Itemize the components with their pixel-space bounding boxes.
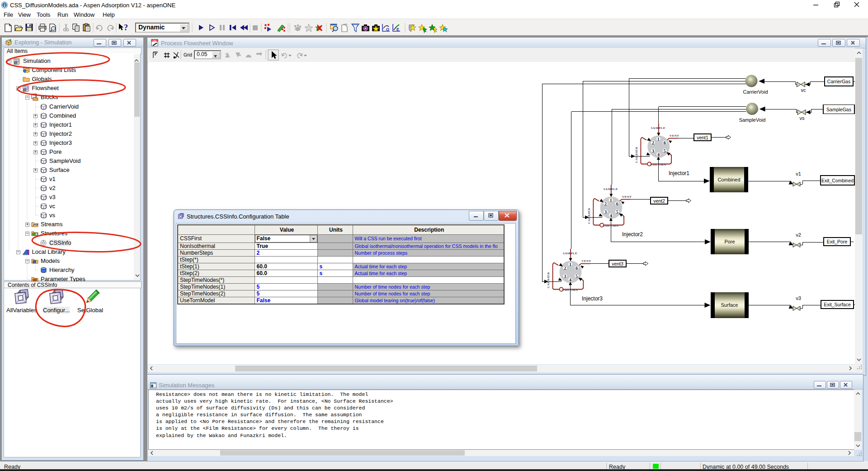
svg-text:Surface: Surface	[721, 302, 738, 308]
svg-text:6: 6	[664, 140, 666, 145]
svg-text:O: O	[386, 27, 389, 32]
svg-text:Exit_Pore: Exit_Pore	[827, 239, 848, 244]
svg-text:Exit_Surface: Exit_Surface	[824, 302, 851, 307]
svg-text:CarrierGas: CarrierGas	[827, 79, 850, 84]
svg-text:SAMPLE: SAMPLE	[651, 126, 665, 130]
svg-text:3: 3	[652, 148, 654, 153]
svg-text:v1: v1	[796, 171, 801, 176]
svg-text:vent3: vent3	[612, 261, 623, 266]
svg-text:5: 5	[664, 148, 666, 153]
svg-text:5: 5	[616, 209, 618, 214]
svg-text:CarrierVoid: CarrierVoid	[743, 89, 768, 95]
svg-text:CARRIER: CARRIER	[587, 207, 591, 224]
svg-text:Injector3: Injector3	[582, 295, 603, 302]
svg-text:SampleGas: SampleGas	[826, 107, 851, 112]
svg-text:v3: v3	[796, 295, 801, 301]
svg-text:vent2: vent2	[653, 198, 665, 204]
svg-text:Injector1: Injector1	[669, 170, 689, 176]
svg-text:vs: vs	[800, 115, 805, 121]
svg-text:2: 2	[564, 266, 566, 271]
svg-text:SAMPLE: SAMPLE	[563, 252, 577, 255]
svg-text:E: E	[396, 27, 399, 32]
svg-text:COLUMN: COLUMN	[603, 224, 618, 228]
svg-text:1: 1	[610, 198, 612, 203]
svg-text:6: 6	[576, 266, 578, 271]
svg-text:4: 4	[657, 152, 660, 157]
svg-text:3: 3	[564, 274, 566, 279]
svg-text:4: 4	[569, 277, 571, 282]
svg-text:v2: v2	[796, 232, 801, 238]
svg-text:COLUMN: COLUMN	[562, 288, 578, 292]
svg-text:3: 3	[604, 209, 607, 214]
svg-text:VENT: VENT	[622, 195, 632, 199]
svg-text:Combined: Combined	[717, 177, 740, 182]
svg-text:Exit_Combined: Exit_Combined	[821, 178, 854, 183]
svg-text:1: 1	[657, 137, 660, 142]
svg-text:VENT: VENT	[670, 134, 679, 138]
svg-text:1: 1	[569, 262, 571, 267]
svg-text:CARRIER: CARRIER	[547, 271, 550, 288]
svg-text:VENT: VENT	[581, 259, 591, 263]
svg-text:2: 2	[652, 140, 654, 145]
svg-text:vc: vc	[801, 87, 807, 93]
svg-text:5: 5	[576, 274, 578, 279]
svg-text:2: 2	[604, 201, 607, 206]
svg-text:Grid: Grid	[184, 52, 192, 57]
svg-text:COLUMN: COLUMN	[650, 163, 666, 167]
svg-text:vent1: vent1	[697, 135, 708, 140]
svg-text:Injector2: Injector2	[622, 231, 643, 238]
svg-text:4: 4	[610, 213, 612, 218]
svg-text:CARRIER: CARRIER	[635, 146, 638, 163]
svg-text:SampleVoid: SampleVoid	[739, 117, 766, 123]
svg-text:EXE: EXE	[152, 40, 156, 42]
svg-text:SAMPLE: SAMPLE	[604, 187, 618, 191]
svg-text:6: 6	[616, 201, 618, 206]
svg-text:Pore: Pore	[724, 239, 735, 244]
